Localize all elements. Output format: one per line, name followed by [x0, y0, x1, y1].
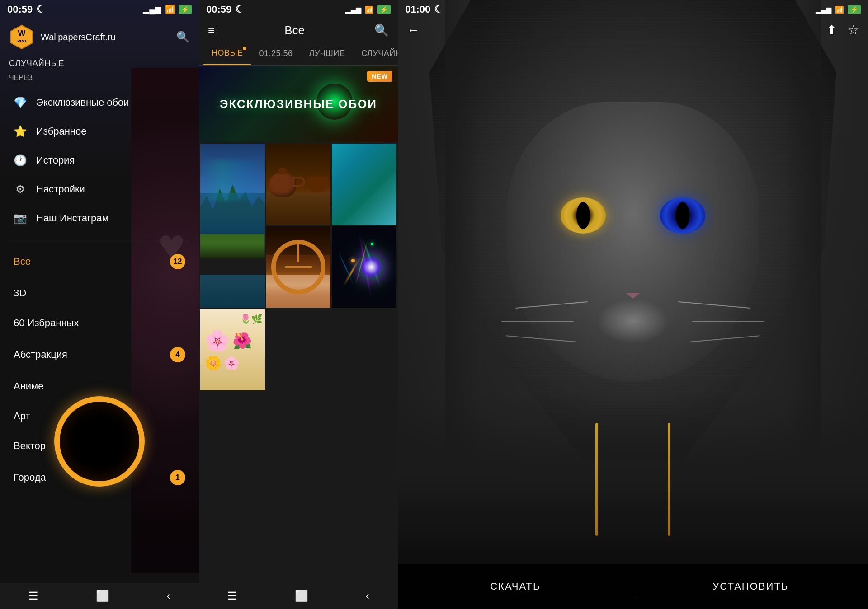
hood-left-edge — [445, 0, 481, 451]
header-search-button[interactable]: 🔍 — [176, 31, 190, 43]
abstract-visual — [332, 226, 396, 308]
signal-icon: ▂▄▆ — [143, 5, 161, 14]
menu-label-settings: Настройки — [36, 183, 85, 195]
p2-status-bar: 00:59 ☾ ▂▄▆ 📶 ⚡ — [199, 0, 398, 19]
p3-status-bar: 01:00 ☾ ▂▄▆ 📶 ⚡ — [398, 0, 868, 19]
cat-item-3d[interactable]: 3D — [0, 278, 199, 308]
teapot — [269, 172, 296, 197]
tab-timer[interactable]: 01:25:56 — [251, 42, 301, 65]
cat-item-cities[interactable]: Города 1 — [0, 461, 199, 494]
banner-content: ЭКСКЛЮЗИВНЫЕ ОБОИ — [220, 97, 377, 111]
menu-item-favorites[interactable]: ⭐ Избранное — [0, 117, 199, 146]
p2-nav-menu[interactable]: ☰ — [227, 590, 237, 602]
menu-item-instagram[interactable]: 📷 Наш Инстаграм — [0, 204, 199, 233]
cat-wallpaper-image — [398, 0, 868, 564]
tab-random[interactable]: СЛУЧАЙНЫЕ — [353, 42, 398, 65]
tab-best[interactable]: ЛУЧШИЕ — [301, 42, 354, 65]
cat-label-abstract: Абстракция — [14, 349, 67, 361]
partial-tab-random: СЛУЧАЙНЫЕ — [9, 55, 190, 72]
status-time: 00:59 ☾ — [7, 4, 45, 15]
tea-visual — [266, 144, 331, 225]
p2-hamburger-icon[interactable]: ≡ — [208, 23, 215, 37]
tea-items — [269, 172, 328, 197]
hoodie-string-left — [595, 423, 598, 536]
new-badge: NEW — [367, 71, 392, 82]
cat-item-art[interactable]: Арт — [0, 401, 199, 431]
tab-timer-label: 01:25:56 — [259, 49, 292, 58]
p2-nav-back[interactable]: ‹ — [366, 590, 369, 602]
hood-right-edge — [785, 0, 821, 451]
right-pupil — [676, 202, 689, 229]
menu-item-exclusive[interactable]: 💎 Эксклюзивные обои — [0, 88, 199, 117]
steering-wheel — [271, 240, 326, 294]
p3-favorite-button[interactable]: ☆ — [848, 23, 859, 37]
panel1-sidebar: ♥ 00:59 ☾ ▂▄▆ 📶 ⚡ W — [0, 0, 199, 609]
menu-list: 💎 Эксклюзивные обои ⭐ Избранное 🕐 Истори… — [0, 84, 199, 237]
time-display: 00:59 — [7, 4, 33, 15]
menu-item-settings[interactable]: ⚙ Настройки — [0, 175, 199, 204]
exclusive-banner[interactable]: ЭКСКЛЮЗИВНЫЕ ОБОИ NEW — [199, 66, 398, 142]
cat-item-all[interactable]: Все 12 — [0, 245, 199, 278]
water-layer — [200, 275, 265, 308]
neon-dot-2 — [371, 243, 373, 245]
camera-icon: 📷 — [14, 212, 27, 225]
cat-bg — [398, 0, 868, 564]
cat-nose — [626, 293, 640, 299]
menu-label-exclusive: Эксклюзивные обои — [36, 97, 129, 108]
neon-line-5 — [337, 250, 354, 283]
abstract-orb — [358, 253, 385, 281]
logo-area: W PRO WallpapersCraft.ru — [9, 24, 116, 50]
cat-item-anime[interactable]: Аниме — [0, 371, 199, 401]
app-header: W PRO WallpapersCraft.ru 🔍 — [0, 19, 199, 55]
history-icon: 🕐 — [14, 154, 27, 167]
grid-item-flowers[interactable]: 🌸 🌺 🌼 🌸 🌷🌿 — [200, 309, 265, 390]
p2-time: 00:59 ☾ — [206, 4, 244, 15]
p2-status-icons: ▂▄▆ 📶 ⚡ — [345, 5, 391, 14]
cat-item-60fav[interactable]: 60 Избранных — [0, 308, 199, 338]
grid-item-lights[interactable] — [332, 226, 396, 308]
panel2-gallery: 00:59 ☾ ▂▄▆ 📶 ⚡ ≡ Все 🔍 НОВЫЕ 01:25:56 Л… — [199, 0, 398, 609]
grid-item-landscape[interactable] — [200, 144, 265, 308]
menu-item-history[interactable]: 🕐 История — [0, 146, 199, 175]
cat-badge-cities: 1 — [170, 470, 185, 485]
download-button[interactable]: СКАЧАТЬ — [398, 572, 633, 601]
p3-back-button[interactable]: ← — [407, 23, 420, 37]
wifi-icon: 📶 — [165, 5, 175, 14]
grid-item-teal[interactable] — [332, 144, 396, 225]
nav-home-icon[interactable]: ⬜ — [96, 590, 109, 602]
p2-search-icon[interactable]: 🔍 — [374, 23, 389, 37]
p2-nav-home[interactable]: ⬜ — [295, 590, 308, 602]
teacup — [307, 177, 328, 192]
p3-wifi: 📶 — [835, 5, 844, 14]
p2-battery-icon: ⚡ — [377, 5, 391, 14]
cat-item-abstract[interactable]: Абстракция 4 — [0, 338, 199, 371]
p2-title: Все — [284, 23, 305, 37]
logo-hex: W PRO — [9, 24, 34, 50]
install-button[interactable]: УСТАНОВИТЬ — [633, 572, 868, 601]
diamond-icon: 💎 — [14, 96, 27, 109]
menu-label-history: История — [36, 155, 75, 166]
cat-eye-left — [561, 197, 606, 234]
panel1-bottom-nav: ☰ ⬜ ‹ — [0, 583, 199, 609]
cat-label-vector: Вектор — [14, 440, 46, 452]
p3-share-button[interactable]: ⬆ — [826, 23, 837, 37]
tab-new[interactable]: НОВЫЕ — [203, 42, 251, 65]
grid-item-car[interactable] — [266, 226, 331, 308]
hoodie-body — [398, 395, 868, 564]
hoodie-string-right — [668, 423, 670, 536]
cat-item-vector[interactable]: Вектор — [0, 431, 199, 461]
download-label: СКАЧАТЬ — [490, 581, 540, 592]
landscape-visual — [200, 144, 265, 308]
flower-small: 🌸 — [224, 356, 240, 370]
nav-menu-icon[interactable]: ☰ — [28, 590, 38, 602]
gear-icon: ⚙ — [14, 183, 27, 196]
p3-time-area: 01:00 ☾ — [405, 4, 443, 15]
nav-back-icon[interactable]: ‹ — [167, 590, 170, 602]
cat-label-anime: Аниме — [14, 380, 43, 392]
grid-item-tea[interactable] — [266, 144, 331, 225]
cat-label-cities: Города — [14, 472, 46, 483]
flowers-visual: 🌸 🌺 🌼 🌸 🌷🌿 — [200, 309, 265, 390]
small-flowers: 🌷🌿 — [240, 314, 263, 324]
menu-label-favorites: Избранное — [36, 126, 87, 137]
category-list: Все 12 3D 60 Избранных Абстракция 4 Аним… — [0, 245, 199, 583]
